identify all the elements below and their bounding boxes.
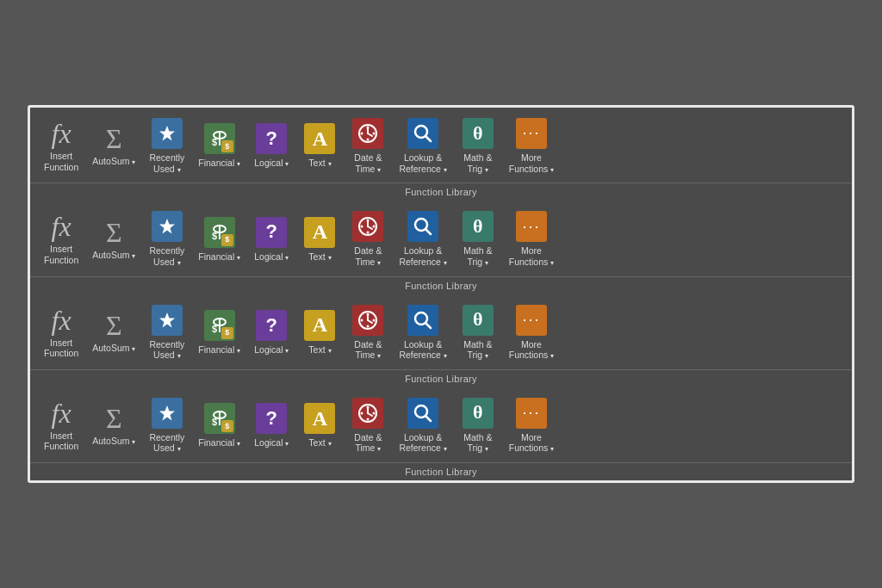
insert-function-icon: fx — [52, 399, 71, 427]
math-trig-button[interactable]: θ Math &Trig ▾ — [456, 394, 500, 457]
svg-point-35 — [361, 319, 363, 321]
insert-function-button[interactable]: fxInsertFunction — [39, 116, 84, 176]
math-trig-label: Math &Trig ▾ — [463, 339, 492, 361]
more-functions-button[interactable]: ··· MoreFunctions ▾ — [504, 301, 559, 364]
svg-text:$: $ — [212, 417, 217, 427]
recently-used-button[interactable]: RecentlyUsed ▾ — [144, 115, 189, 177]
svg-line-6 — [368, 133, 372, 136]
svg-line-45 — [368, 413, 372, 416]
math-trig-button[interactable]: θ Math &Trig ▾ — [456, 301, 500, 364]
more-functions-label: MoreFunctions ▾ — [509, 152, 554, 174]
financial-button[interactable]: $ $ Financial ▾ — [193, 399, 245, 452]
section-label-2: Function Library — [30, 369, 852, 387]
lookup-reference-button[interactable]: Lookup &Reference ▾ — [394, 301, 451, 364]
svg-line-25 — [425, 229, 431, 234]
more-functions-icon: ··· — [516, 398, 547, 429]
date-time-label: Date &Time ▾ — [354, 339, 382, 361]
financial-icon: $ $ — [204, 123, 235, 154]
recently-used-icon — [152, 398, 183, 429]
insert-function-button[interactable]: fxInsertFunction — [39, 209, 84, 269]
svg-line-32 — [368, 320, 372, 323]
svg-point-33 — [367, 313, 370, 315]
recently-used-button[interactable]: RecentlyUsed ▾ — [144, 301, 189, 364]
autosum-icon: Σ — [106, 312, 122, 339]
financial-label: Financial ▾ — [198, 344, 240, 356]
svg-point-22 — [361, 226, 363, 228]
section-label-text-1: Function Library — [405, 281, 477, 291]
section-label-1: Function Library — [30, 276, 852, 294]
recently-used-button[interactable]: RecentlyUsed ▾ — [144, 207, 189, 270]
svg-line-38 — [425, 323, 431, 328]
financial-label: Financial ▾ — [198, 251, 240, 263]
recently-used-label: RecentlyUsed ▾ — [149, 432, 184, 454]
svg-point-23 — [373, 226, 376, 228]
recently-used-icon — [152, 118, 183, 149]
text-icon: A — [304, 403, 335, 434]
math-trig-icon: θ — [463, 211, 494, 242]
autosum-icon: Σ — [106, 219, 122, 246]
financial-button[interactable]: $ $ Financial ▾ — [193, 120, 245, 172]
math-trig-button[interactable]: θ Math &Trig ▾ — [456, 115, 500, 177]
text-button[interactable]: A Text ▾ — [297, 214, 342, 266]
logical-icon: ? — [256, 217, 287, 248]
lookup-reference-button[interactable]: Lookup &Reference ▾ — [394, 207, 451, 270]
recently-used-icon — [152, 211, 183, 242]
recently-used-label: RecentlyUsed ▾ — [149, 339, 184, 361]
recently-used-button[interactable]: RecentlyUsed ▾ — [144, 394, 189, 457]
insert-function-icon: fx — [52, 120, 71, 147]
more-functions-button[interactable]: ··· MoreFunctions ▾ — [504, 394, 559, 457]
svg-point-21 — [367, 232, 370, 234]
logical-button[interactable]: ? Logical ▾ — [249, 120, 294, 172]
math-trig-label: Math &Trig ▾ — [463, 245, 492, 267]
insert-function-label: InsertFunction — [44, 337, 78, 359]
more-functions-button[interactable]: ··· MoreFunctions ▾ — [504, 115, 559, 177]
financial-button[interactable]: $ $ Financial ▾ — [193, 214, 245, 266]
autosum-button[interactable]: ΣAutoSum ▾ — [87, 215, 140, 264]
financial-button[interactable]: $ $ Financial ▾ — [193, 306, 245, 359]
logical-button[interactable]: ? Logical ▾ — [249, 214, 294, 266]
ribbon-container: fxInsertFunctionΣAutoSum ▾ RecentlyUsed … — [28, 105, 854, 483]
ribbon-row-0: fxInsertFunctionΣAutoSum ▾ RecentlyUsed … — [30, 108, 852, 201]
svg-marker-0 — [159, 126, 175, 141]
lookup-reference-button[interactable]: Lookup &Reference ▾ — [394, 394, 451, 457]
insert-function-button[interactable]: fxInsertFunction — [39, 303, 84, 362]
ribbon-row-3: fxInsertFunctionΣAutoSum ▾ RecentlyUsed … — [30, 387, 852, 480]
svg-point-49 — [373, 412, 376, 414]
autosum-label: AutoSum ▾ — [92, 250, 135, 261]
logical-button[interactable]: ? Logical ▾ — [249, 399, 294, 452]
svg-marker-26 — [159, 313, 175, 328]
date-time-icon — [352, 118, 383, 149]
text-label: Text ▾ — [308, 344, 331, 356]
svg-point-34 — [367, 325, 370, 327]
function-library-items-3: fxInsertFunctionΣAutoSum ▾ RecentlyUsed … — [30, 387, 852, 462]
svg-line-12 — [425, 136, 431, 141]
recently-used-label: RecentlyUsed ▾ — [149, 152, 184, 174]
autosum-button[interactable]: ΣAutoSum ▾ — [87, 308, 140, 357]
date-time-button[interactable]: Date &Time ▾ — [345, 394, 390, 457]
svg-point-36 — [373, 319, 376, 321]
svg-point-8 — [367, 139, 370, 141]
section-label-0: Function Library — [30, 183, 852, 201]
date-time-button[interactable]: Date &Time ▾ — [345, 301, 390, 364]
svg-point-9 — [361, 133, 363, 135]
more-functions-button[interactable]: ··· MoreFunctions ▾ — [504, 207, 559, 270]
more-functions-icon: ··· — [516, 118, 547, 149]
insert-function-button[interactable]: fxInsertFunction — [39, 396, 84, 455]
lookup-reference-label: Lookup &Reference ▾ — [399, 152, 446, 174]
date-time-button[interactable]: Date &Time ▾ — [345, 207, 390, 270]
text-button[interactable]: A Text ▾ — [297, 120, 342, 172]
math-trig-button[interactable]: θ Math &Trig ▾ — [456, 207, 500, 270]
text-button[interactable]: A Text ▾ — [297, 399, 342, 452]
lookup-reference-label: Lookup &Reference ▾ — [399, 245, 446, 267]
logical-button[interactable]: ? Logical ▾ — [249, 306, 294, 359]
lookup-reference-label: Lookup &Reference ▾ — [399, 432, 446, 454]
date-time-button[interactable]: Date &Time ▾ — [345, 115, 390, 177]
text-label: Text ▾ — [308, 251, 331, 263]
svg-text:$: $ — [212, 231, 217, 241]
date-time-icon — [352, 211, 383, 242]
lookup-reference-icon — [407, 211, 438, 242]
autosum-button[interactable]: ΣAutoSum ▾ — [87, 401, 140, 450]
lookup-reference-button[interactable]: Lookup &Reference ▾ — [394, 115, 451, 177]
text-button[interactable]: A Text ▾ — [297, 306, 342, 359]
autosum-button[interactable]: ΣAutoSum ▾ — [87, 121, 140, 170]
